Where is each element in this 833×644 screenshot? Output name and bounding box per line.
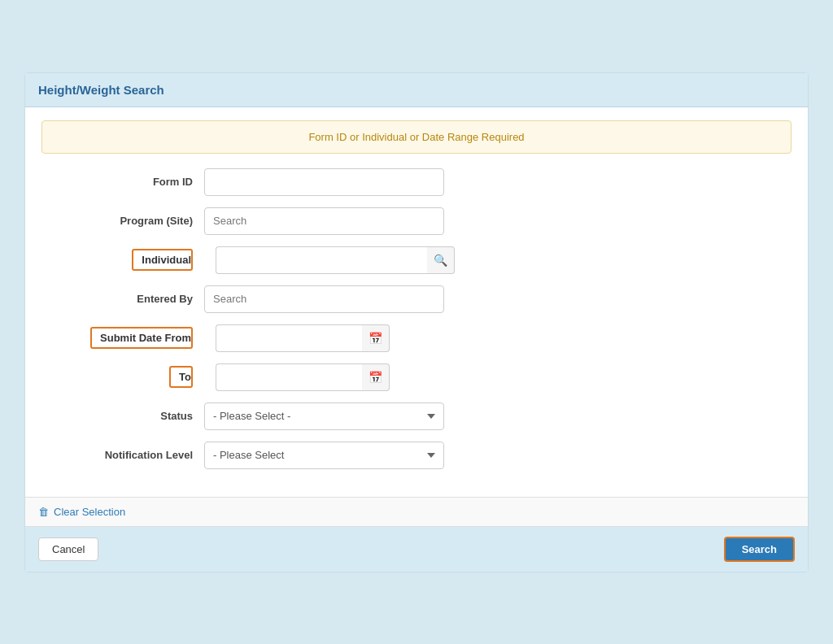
individual-input-group: Steve Jones 🔍 [216,246,455,274]
alert-text: Form ID or Individual or Date Range Requ… [308,131,524,143]
modal-header: Height/Weight Search [25,73,808,107]
clear-icon: 🗑 [38,506,49,518]
cancel-button[interactable]: Cancel [38,537,98,561]
status-label: Status [160,410,193,422]
search-button[interactable]: Search [724,537,795,562]
modal-body: Form ID or Individual or Date Range Requ… [25,107,808,497]
status-row: Status - Please Select - [41,402,792,430]
to-label: To [169,366,193,388]
individual-search-button[interactable]: 🔍 [427,246,455,274]
to-calendar-button[interactable]: 📅 [362,363,390,391]
submit-date-from-group: 09/01/2019 📅 [216,324,390,352]
submit-date-from-label: Submit Date From [90,327,193,349]
submit-date-from-input[interactable]: 09/01/2019 [216,324,362,352]
program-site-label: Program (Site) [120,215,193,227]
search-icon: 🔍 [434,254,447,267]
alert-banner: Form ID or Individual or Date Range Requ… [41,120,792,154]
notification-level-label-wrapper: Notification Level [41,449,204,461]
form-id-label: Form ID [153,176,193,188]
outer-container: Height/Weight Search Form ID or Individu… [16,64,817,581]
modal-title: Height/Weight Search [38,83,795,97]
individual-input[interactable]: Steve Jones [216,246,427,274]
to-row: To 10/30/2019 📅 [41,363,792,391]
entered-by-label: Entered By [137,293,193,305]
calendar-icon: 📅 [369,332,382,345]
submit-date-from-calendar-button[interactable]: 📅 [362,324,390,352]
individual-label-wrapper: Individual [41,249,204,271]
individual-input-container: Steve Jones 🔍 [204,246,455,274]
to-label-wrapper: To [41,366,204,388]
form-id-label-wrapper: Form ID [41,176,204,188]
modal-dialog: Height/Weight Search Form ID or Individu… [24,72,809,572]
submit-date-from-row: Submit Date From 09/01/2019 📅 [41,324,792,352]
entered-by-label-wrapper: Entered By [41,293,204,305]
modal-footer-actions: Cancel Search [25,527,808,572]
individual-row: Individual Steve Jones 🔍 [41,246,792,274]
entered-by-row: Entered By [41,285,792,313]
clear-selection-bar: 🗑 Clear Selection [25,497,808,527]
submit-date-from-container: 09/01/2019 📅 [204,324,390,352]
program-site-label-wrapper: Program (Site) [41,215,204,227]
to-group: 10/30/2019 📅 [216,363,390,391]
program-site-input[interactable] [204,207,444,235]
program-site-row: Program (Site) [41,207,792,235]
clear-selection-link[interactable]: 🗑 Clear Selection [38,506,125,518]
to-container: 10/30/2019 📅 [204,363,390,391]
form-id-input[interactable] [204,168,444,196]
calendar-icon-to: 📅 [369,371,382,384]
status-label-wrapper: Status [41,410,204,422]
form-id-row: Form ID [41,168,792,196]
clear-selection-label: Clear Selection [54,506,125,518]
notification-level-label: Notification Level [105,449,193,461]
entered-by-input[interactable] [204,285,444,313]
notification-level-row: Notification Level - Please Select [41,442,792,469]
submit-date-from-label-wrapper: Submit Date From [41,327,204,349]
notification-level-select[interactable]: - Please Select [204,442,444,469]
to-input[interactable]: 10/30/2019 [216,363,362,391]
individual-label: Individual [132,249,193,271]
status-select[interactable]: - Please Select - [204,402,444,430]
